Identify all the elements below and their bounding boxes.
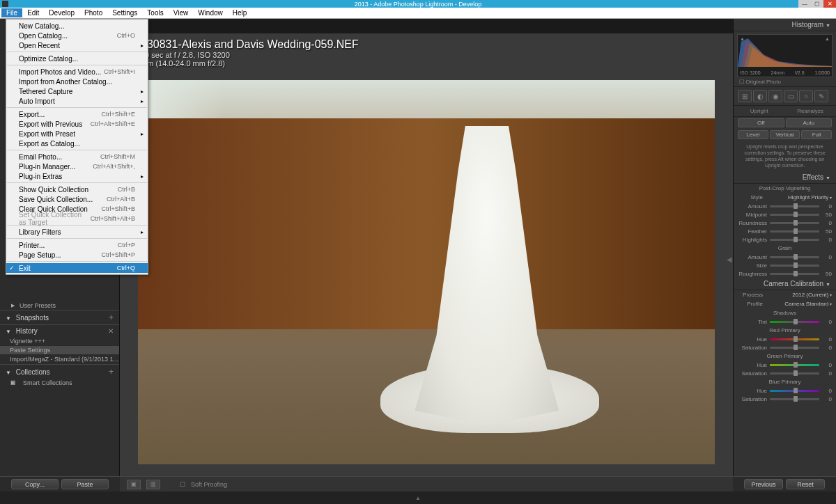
menu-item-exit[interactable]: ExitCtrl+Q (6, 263, 148, 273)
history-item[interactable]: Import/MegaZ - Standard (9/1/2013 1... (0, 355, 119, 364)
highlight-clip-icon[interactable]: ▲ (825, 36, 830, 41)
red-primary-label: Red Primary (734, 326, 836, 335)
saturation-slider[interactable]: Saturation0 (734, 395, 836, 403)
clear-history-icon[interactable]: ✕ (108, 327, 114, 335)
menu-item-export-with-previous[interactable]: Export with PreviousCtrl+Alt+Shift+E (6, 119, 148, 129)
menu-item-plug-in-manager[interactable]: Plug-in Manager...Ctrl+Alt+Shift+, (6, 162, 148, 171)
shadow-clip-icon[interactable]: ▲ (740, 36, 745, 41)
radial-tool[interactable]: ○ (799, 90, 813, 102)
upright-full-button[interactable]: Full (801, 130, 832, 139)
reset-button[interactable]: Reset (786, 479, 825, 489)
menu-tools[interactable]: Tools (142, 8, 168, 17)
menu-item-tethered-capture[interactable]: Tethered Capture (6, 86, 148, 96)
hue-slider[interactable]: Hue0 (734, 386, 836, 395)
spot-tool[interactable]: ◐ (753, 90, 767, 102)
menu-item-plug-in-extras[interactable]: Plug-in Extras (6, 171, 148, 181)
menu-item-save-quick-collection[interactable]: Save Quick Collection...Ctrl+Alt+B (6, 194, 148, 204)
menu-item-library-filters[interactable]: Library Filters (6, 227, 148, 237)
menu-item-optimize-catalog[interactable]: Optimize Catalog... (6, 54, 148, 63)
menu-item-export-as-catalog[interactable]: Export as Catalog... (6, 139, 148, 148)
crop-tool[interactable]: ⊞ (738, 90, 752, 102)
center-viewport: 130831-Alexis and Davis Wedding-059.NEF … (120, 19, 733, 491)
menu-view[interactable]: View (169, 8, 194, 17)
gradient-tool[interactable]: ▭ (784, 90, 798, 102)
effects-header[interactable]: Effects▼ (734, 171, 836, 184)
hue-slider[interactable]: Hue0 (734, 361, 836, 369)
right-panel: Histogram▼ ▲ ▲ ISO 320024mmf/2.81/2000 O… (733, 19, 836, 491)
preset-user-presets[interactable]: ▶User Presets (0, 301, 119, 310)
menu-settings[interactable]: Settings (107, 8, 142, 17)
upright-vertical-button[interactable]: Vertical (770, 130, 800, 139)
menu-file[interactable]: File (1, 8, 22, 17)
menu-window[interactable]: Window (193, 8, 228, 17)
window-title: 2013 - Adobe Photoshop Lightroom - Devel… (355, 1, 482, 8)
close-button[interactable]: ✕ (823, 0, 836, 8)
photo-exposure: 00 sec at f / 2.8, ISO 3200 (141, 51, 359, 59)
menu-item-open-catalog[interactable]: Open Catalog...Ctrl+O (6, 31, 148, 40)
highlights-slider[interactable]: Highlights0 (734, 235, 836, 244)
histogram-header[interactable]: Histogram▼ (734, 19, 836, 31)
amount-slider[interactable]: Amount0 (734, 202, 836, 210)
menu-item-export[interactable]: Export...Ctrl+Shift+E (6, 109, 148, 119)
brush-tool[interactable]: ✎ (814, 90, 828, 102)
style-dropdown[interactable]: StyleHighlight Priority (734, 193, 836, 202)
menu-item-page-setup[interactable]: Page Setup...Ctrl+Shift+P (6, 250, 148, 260)
menu-item-printer[interactable]: Printer...Ctrl+P (6, 240, 148, 250)
upright-tab[interactable]: Upright (734, 106, 785, 116)
menu-item-auto-import[interactable]: Auto Import (6, 96, 148, 106)
upright-off-button[interactable]: Off (738, 118, 784, 127)
menu-item-export-with-preset[interactable]: Export with Preset (6, 129, 148, 139)
add-snapshot-icon[interactable]: + (109, 313, 114, 322)
copy-button[interactable]: Copy... (11, 479, 59, 489)
menu-item-import-photos-and-video[interactable]: Import Photos and Video...Ctrl+Shift+I (6, 67, 148, 77)
roundness-slider[interactable]: Roundness0 (734, 219, 836, 227)
process-dropdown[interactable]: Process2012 (Current) (734, 290, 836, 299)
menu-photo[interactable]: Photo (79, 8, 107, 17)
maximize-button[interactable]: ▢ (811, 0, 823, 8)
size-slider[interactable]: Size (734, 261, 836, 269)
upright-level-button[interactable]: Level (738, 130, 768, 139)
redeye-tool[interactable]: ◉ (768, 90, 782, 102)
original-photo-checkbox[interactable]: Original Photo (734, 77, 836, 86)
menu-develop[interactable]: Develop (44, 8, 79, 17)
menu-edit[interactable]: Edit (22, 8, 44, 17)
before-after-button[interactable]: ▥ (146, 480, 160, 489)
reanalyze-tab[interactable]: Reanalyze (785, 106, 837, 116)
menu-item-open-recent[interactable]: Open Recent (6, 40, 148, 50)
menu-item-import-from-another-catalog[interactable]: Import from Another Catalog... (6, 77, 148, 86)
soft-proofing-checkbox[interactable]: Soft Proofing (191, 481, 227, 488)
menu-item-show-quick-collection[interactable]: Show Quick CollectionCtrl+B (6, 184, 148, 194)
snapshots-header[interactable]: ▼ Snapshots + (0, 310, 119, 324)
saturation-slider[interactable]: Saturation0 (734, 343, 836, 352)
menu-separator (7, 150, 147, 150)
add-collection-icon[interactable]: + (109, 367, 114, 377)
midpoint-slider[interactable]: Midpoint50 (734, 210, 836, 219)
profile-dropdown[interactable]: ProfileCamera Standard (734, 299, 836, 308)
minimize-button[interactable]: — (798, 0, 811, 8)
loupe-view-button[interactable]: ▣ (127, 480, 141, 489)
filmstrip-toggle[interactable]: ▲ (0, 491, 836, 504)
history-item[interactable]: Paste Settings (0, 346, 119, 355)
smart-collections-item[interactable]: ▶▦ Smart Collections (0, 379, 119, 387)
paste-button[interactable]: Paste (61, 479, 109, 489)
menu-item-email-photo[interactable]: Email Photo...Ctrl+Shift+M (6, 152, 148, 162)
photo-preview[interactable] (138, 80, 715, 464)
histogram[interactable]: ▲ ▲ ISO 320024mmf/2.81/2000 (737, 34, 833, 77)
saturation-slider[interactable]: Saturation0 (734, 369, 836, 377)
menu-help[interactable]: Help (228, 8, 252, 17)
calibration-header[interactable]: Camera Calibration▼ (734, 278, 836, 290)
feather-slider[interactable]: Feather50 (734, 227, 836, 235)
right-edge-expand[interactable]: ◀ (726, 252, 733, 266)
amount-slider[interactable]: Amount0 (734, 253, 836, 261)
upright-auto-button[interactable]: Auto (786, 118, 833, 127)
menu-item-new-catalog[interactable]: New Catalog... (6, 21, 148, 31)
collections-header[interactable]: ▼ Collections + (0, 365, 119, 379)
history-item[interactable]: Vignette +++ (0, 337, 119, 346)
roughness-slider[interactable]: Roughness50 (734, 269, 836, 278)
history-header[interactable]: ▼ History ✕ (0, 325, 119, 337)
hue-slider[interactable]: Hue0 (734, 335, 836, 343)
photo-info-overlay: 130831-Alexis and Davis Wedding-059.NEF … (141, 38, 359, 68)
tint-slider[interactable]: Tint 0 (734, 317, 836, 326)
previous-button[interactable]: Previous (744, 479, 783, 489)
module-picker-collapsed[interactable] (120, 19, 733, 33)
